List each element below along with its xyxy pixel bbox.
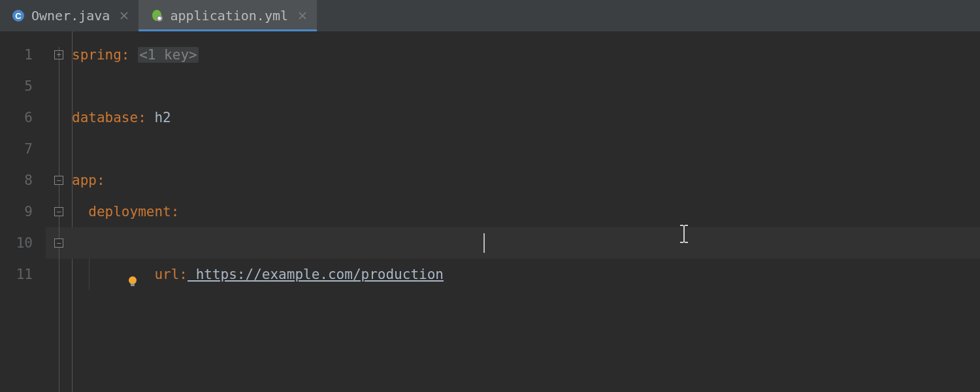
yaml-key: deployment: bbox=[88, 204, 179, 220]
fold-collapse-icon[interactable]: − bbox=[54, 207, 63, 216]
lightbulb-icon[interactable] bbox=[60, 237, 73, 250]
class-file-icon: C bbox=[12, 9, 25, 22]
line-number: 11 bbox=[0, 259, 46, 290]
code-line-active[interactable]: url: https://example.com/production bbox=[72, 227, 980, 259]
line-number: 1 bbox=[0, 39, 46, 71]
svg-point-3 bbox=[158, 17, 161, 20]
spring-yml-icon bbox=[150, 9, 163, 22]
text-cursor-icon bbox=[679, 225, 689, 248]
fold-expand-icon[interactable]: + bbox=[54, 50, 63, 59]
line-number: 9 bbox=[0, 196, 46, 227]
tab-label: application.yml bbox=[170, 8, 288, 24]
code-line[interactable]: deployment: bbox=[72, 196, 980, 227]
yaml-key: database: bbox=[72, 110, 146, 125]
text-caret bbox=[483, 233, 485, 253]
code-line[interactable] bbox=[72, 71, 980, 102]
code-line[interactable]: app: bbox=[72, 165, 980, 196]
close-icon[interactable] bbox=[297, 10, 308, 21]
line-number: 10 bbox=[0, 227, 46, 259]
code-area[interactable]: spring: <1 key> database: h2 app: deploy… bbox=[72, 31, 980, 392]
yaml-value: h2 bbox=[146, 110, 171, 125]
line-number-gutter: 1 5 6 7 8 9 10 11 bbox=[0, 31, 46, 392]
code-line[interactable]: spring: <1 key> bbox=[72, 39, 980, 71]
close-icon[interactable] bbox=[119, 10, 129, 21]
line-number: 8 bbox=[0, 165, 46, 196]
tab-bar: C Owner.java application.yml bbox=[0, 0, 980, 31]
line-number: 5 bbox=[0, 71, 46, 102]
tab-application-yml[interactable]: application.yml bbox=[139, 0, 317, 31]
editor[interactable]: 1 5 6 7 8 9 10 11 + − − − spring: <1 key… bbox=[0, 31, 980, 392]
fold-gutter: + − − − bbox=[46, 31, 72, 392]
indent-guide bbox=[89, 259, 90, 290]
svg-text:C: C bbox=[15, 11, 22, 21]
line-number: 6 bbox=[0, 102, 46, 133]
code-line[interactable] bbox=[72, 133, 980, 165]
yaml-key: spring: bbox=[72, 47, 130, 63]
line-number: 7 bbox=[0, 133, 46, 165]
code-line[interactable]: database: h2 bbox=[72, 102, 980, 133]
code-line[interactable] bbox=[72, 259, 980, 290]
tab-owner-java[interactable]: C Owner.java bbox=[0, 0, 139, 31]
fold-collapse-icon[interactable]: − bbox=[54, 176, 63, 185]
tab-label: Owner.java bbox=[31, 8, 110, 24]
folded-hint[interactable]: <1 key> bbox=[138, 47, 199, 63]
yaml-key: app: bbox=[72, 172, 105, 188]
